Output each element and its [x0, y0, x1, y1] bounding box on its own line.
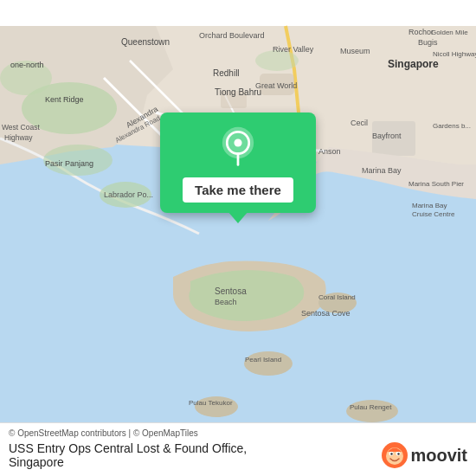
- svg-text:Pearl Island: Pearl Island: [245, 356, 281, 363]
- svg-text:Redhill: Redhill: [213, 68, 240, 78]
- svg-text:Pasir Panjang: Pasir Panjang: [45, 159, 93, 168]
- svg-point-62: [398, 453, 400, 454]
- svg-point-61: [391, 453, 393, 454]
- svg-text:Bayfront: Bayfront: [372, 132, 402, 140]
- svg-text:Labrador Po...: Labrador Po...: [104, 190, 153, 199]
- moovit-logo: moovit: [381, 441, 467, 469]
- moovit-brand-text: moovit: [410, 446, 467, 466]
- svg-text:Rochor: Rochor: [408, 28, 434, 36]
- svg-text:Kent Ridge: Kent Ridge: [45, 95, 84, 104]
- svg-text:one-north: one-north: [10, 61, 44, 69]
- location-name: USS Entry Ops Central Lost & Found Offic…: [9, 441, 247, 455]
- svg-text:Highway: Highway: [4, 133, 33, 142]
- svg-text:Museum: Museum: [340, 47, 370, 55]
- svg-text:Marina Bay: Marina Bay: [412, 202, 447, 209]
- svg-text:Coral Island: Coral Island: [318, 293, 356, 301]
- location-sub: Singapore: [9, 455, 247, 469]
- svg-text:Sentosa Cove: Sentosa Cove: [301, 309, 351, 318]
- svg-text:Anson: Anson: [318, 147, 341, 156]
- take-me-there-button[interactable]: Take me there: [183, 177, 293, 203]
- svg-text:Beach: Beach: [215, 298, 237, 306]
- svg-text:River Valley: River Valley: [273, 45, 314, 54]
- map-container: Queenstown one-north Kent Ridge Alexandr…: [0, 0, 476, 476]
- moovit-mascot-icon: [381, 441, 408, 469]
- svg-text:Gardens b...: Gardens b...: [433, 122, 471, 130]
- svg-text:Cruise Centre: Cruise Centre: [412, 210, 455, 218]
- location-pin-icon: [216, 125, 260, 169]
- svg-text:Bugis: Bugis: [418, 38, 438, 47]
- svg-text:Great World: Great World: [255, 81, 297, 90]
- attribution-text: © OpenStreetMap contributors | © OpenMap…: [9, 428, 467, 438]
- map-background: Queenstown one-north Kent Ridge Alexandr…: [0, 0, 476, 476]
- svg-text:Sentosa: Sentosa: [215, 286, 247, 296]
- bottom-bar: © OpenStreetMap contributors | © OpenMap…: [0, 422, 476, 476]
- svg-text:Orchard Boulevard: Orchard Boulevard: [199, 31, 265, 40]
- svg-text:Pulau Tekukor: Pulau Tekukor: [189, 399, 233, 407]
- svg-text:Tiong Bahru: Tiong Bahru: [215, 87, 261, 97]
- svg-text:Marina Bay: Marina Bay: [362, 166, 402, 175]
- svg-text:Queenstown: Queenstown: [121, 37, 170, 47]
- svg-text:Pulau Renget: Pulau Renget: [350, 403, 392, 411]
- svg-text:West Coast: West Coast: [2, 123, 40, 132]
- svg-text:Singapore: Singapore: [388, 58, 439, 70]
- svg-text:Cecil: Cecil: [351, 119, 368, 127]
- svg-point-56: [234, 138, 241, 146]
- svg-text:Marina South Pier: Marina South Pier: [408, 180, 464, 188]
- svg-text:Golden Mile: Golden Mile: [431, 29, 468, 36]
- location-popup-card: Take me there: [160, 113, 316, 213]
- svg-text:Nicoll Highway: Nicoll Highway: [433, 50, 476, 58]
